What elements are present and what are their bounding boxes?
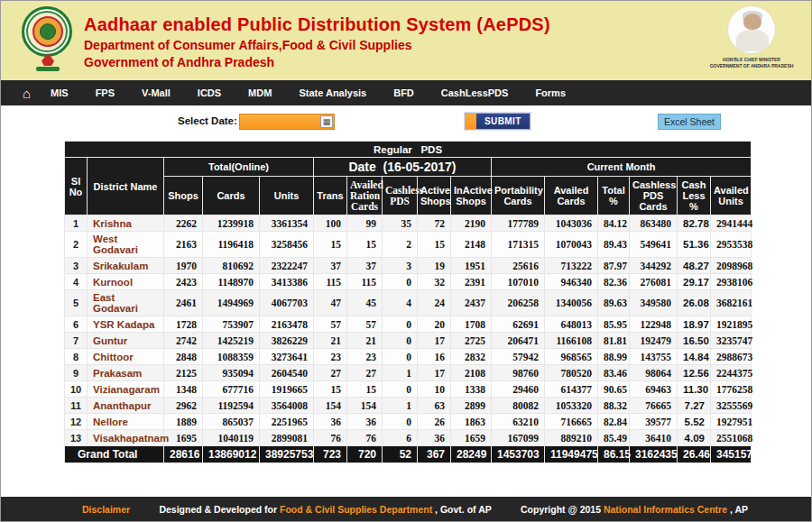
table-row: 8Chittoor2848108835932736412323016283257… — [65, 349, 751, 364]
data-cell: 36 — [347, 414, 382, 429]
data-cell: 753907 — [203, 316, 259, 332]
data-cell: 35 — [383, 215, 417, 231]
table-row: 11Ananthapur2962119259435640081541541632… — [65, 398, 751, 413]
food-civil-supplies-link[interactable]: Food & Civil Supplies Department — [280, 504, 432, 515]
data-cell: 16 — [418, 349, 450, 364]
home-icon[interactable]: ⌂ — [23, 87, 31, 100]
data-cell: 1166108 — [545, 333, 597, 348]
data-cell: 89.43 — [598, 232, 629, 257]
nav-items: MISFPSV-MallICDSMDMState AnalysisBFDCash… — [51, 87, 566, 98]
data-cell: 206258 — [492, 290, 544, 316]
row-slno: 9 — [65, 365, 87, 380]
data-cell: 2098968 — [711, 258, 751, 273]
submit-button[interactable]: SUBMIT — [465, 113, 531, 130]
data-cell: 32 — [418, 274, 450, 289]
table-row: 6YSR Kadapa17287539072163478575702017086… — [65, 316, 751, 332]
data-cell: 206471 — [492, 333, 544, 348]
data-cell: 1148970 — [203, 274, 259, 289]
data-cell: 1 — [383, 365, 417, 380]
calendar-icon[interactable]: ▦ — [320, 115, 333, 128]
data-cell: 72 — [418, 215, 450, 231]
nav-item-mis[interactable]: MIS — [51, 87, 69, 98]
cm-photo — [727, 5, 776, 54]
grand-total-cell: 38925753 — [260, 446, 313, 462]
data-cell: 1340056 — [545, 290, 597, 316]
data-cell: 154 — [314, 398, 346, 413]
data-cell: 27 — [314, 365, 346, 380]
data-cell: 24 — [418, 290, 450, 316]
data-cell: 107010 — [492, 274, 544, 289]
nav-item-mdm[interactable]: MDM — [248, 87, 272, 98]
nav-item-v-mall[interactable]: V-Mall — [142, 87, 171, 98]
data-cell: 3564008 — [260, 398, 313, 413]
col-header-slno: SI No — [65, 158, 87, 215]
date-input[interactable] — [240, 116, 318, 131]
district-name: Chittoor — [88, 349, 163, 364]
data-cell: 177789 — [492, 215, 544, 231]
grand-total-cell: 26.46 — [678, 446, 710, 462]
data-cell: 344292 — [630, 258, 677, 273]
data-cell: 0 — [383, 414, 417, 429]
table-row: 10Vizianagaram13486777161919665151501013… — [65, 381, 751, 397]
data-cell: 82.36 — [598, 274, 629, 289]
data-cell: 0 — [383, 316, 417, 332]
data-cell: 2322247 — [260, 258, 313, 273]
data-cell: 63 — [418, 398, 450, 413]
nic-link[interactable]: National Informatics Centre — [604, 504, 727, 515]
nav-item-state-analysis[interactable]: State Analysis — [299, 87, 366, 98]
data-cell: 2244375 — [711, 365, 751, 380]
row-slno: 7 — [65, 333, 87, 348]
data-cell: 82.84 — [598, 414, 629, 429]
grand-total-cell: 367 — [418, 446, 450, 462]
data-cell: 88.99 — [598, 349, 629, 364]
data-cell: 0 — [383, 381, 417, 397]
table-row: 5East Godavari24611494969406770347454242… — [65, 290, 751, 316]
district-name: Kurnool — [88, 274, 163, 289]
col-header-cash-less-pct: Cash Less % — [678, 177, 710, 215]
data-cell: 80082 — [492, 398, 544, 413]
grand-total-cell: 723 — [314, 446, 346, 462]
nav-item-fps[interactable]: FPS — [96, 87, 115, 98]
nav-item-bfd[interactable]: BFD — [393, 87, 414, 98]
data-cell: 648013 — [545, 316, 597, 332]
data-cell: 716665 — [545, 414, 597, 429]
data-cell: 15 — [347, 232, 382, 257]
data-cell: 98760 — [492, 365, 544, 380]
data-cell: 3826229 — [260, 333, 313, 348]
data-cell: 98064 — [630, 365, 677, 380]
data-cell: 3413386 — [260, 274, 313, 289]
data-cell: 2551068 — [711, 430, 751, 445]
ap-government-emblem-logo — [21, 6, 75, 73]
row-slno: 2 — [65, 232, 87, 257]
data-cell: 1 — [383, 398, 417, 413]
data-cell: 4 — [383, 290, 417, 316]
data-cell: 87.97 — [598, 258, 629, 273]
data-cell: 62691 — [492, 316, 544, 332]
data-cell: 2461 — [164, 290, 202, 316]
data-cell: 0 — [383, 274, 417, 289]
excel-sheet-button[interactable]: Excel Sheet — [658, 114, 721, 130]
grand-total-cell: 720 — [347, 446, 382, 462]
nav-item-icds[interactable]: ICDS — [198, 87, 221, 98]
district-name: East Godavari — [88, 290, 163, 316]
cm-caption-line1: HON'BLE CHIEF MINISTER — [706, 57, 797, 63]
date-toolbar: Select Date: ▦ SUBMIT Excel Sheet — [1, 105, 811, 140]
data-cell: 84.12 — [598, 215, 629, 231]
nav-item-forms[interactable]: Forms — [535, 87, 566, 98]
data-cell: 76 — [347, 430, 382, 445]
table-caption: Regular PDS — [65, 142, 751, 157]
data-cell: 2251965 — [260, 414, 313, 429]
data-cell: 1088359 — [203, 349, 259, 364]
nav-item-cashlesspds[interactable]: CashLessPDS — [441, 87, 509, 98]
col-header-cards: Cards — [203, 177, 259, 215]
data-cell: 946340 — [545, 274, 597, 289]
disclaimer-link[interactable]: Disclaimer — [82, 504, 130, 515]
data-cell: 2953538 — [711, 232, 751, 257]
data-cell: 780520 — [545, 365, 597, 380]
data-cell: 2163478 — [260, 316, 313, 332]
data-cell: 3255569 — [711, 398, 751, 413]
data-cell: 21 — [314, 333, 346, 348]
data-cell: 26 — [418, 414, 450, 429]
data-cell: 99 — [347, 215, 382, 231]
col-header-cashless-pds-cards: Cashless PDS Cards — [630, 177, 677, 215]
